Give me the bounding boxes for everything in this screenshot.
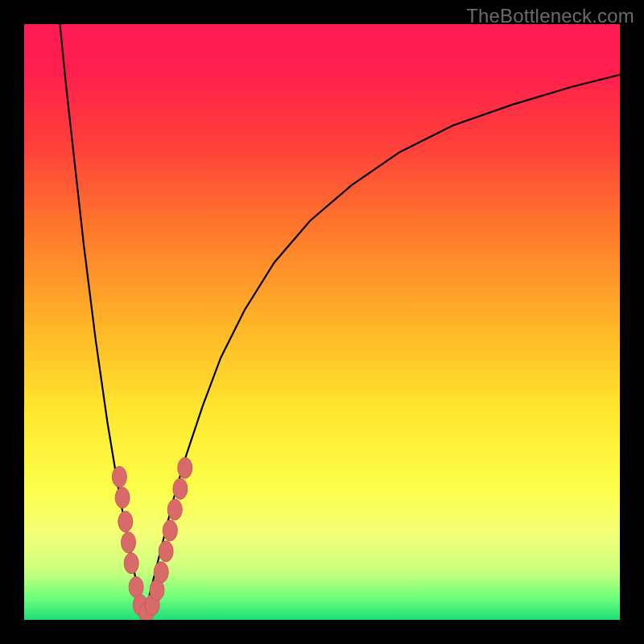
data-dot — [173, 478, 188, 499]
chart-svg — [24, 24, 620, 620]
data-dot — [167, 499, 182, 520]
gradient-background — [24, 24, 620, 620]
data-dot — [122, 532, 136, 553]
data-dot — [115, 487, 130, 508]
data-dot — [178, 457, 192, 478]
data-dot — [154, 562, 168, 583]
chart-frame: TheBottleneck.com — [0, 0, 644, 644]
data-dot — [124, 553, 138, 574]
data-dot — [159, 541, 173, 562]
data-dot — [118, 511, 133, 532]
plot-area — [24, 24, 620, 620]
data-dot — [112, 466, 126, 487]
data-dot — [163, 520, 177, 541]
